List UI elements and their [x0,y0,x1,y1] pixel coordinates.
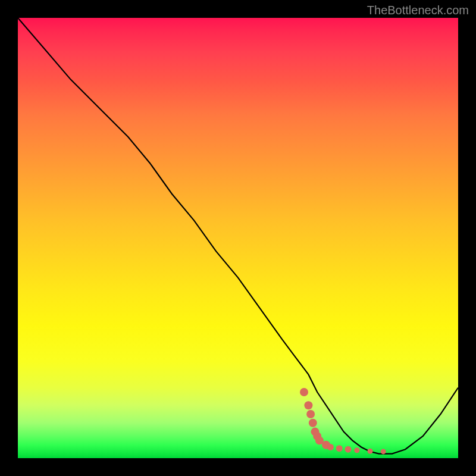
data-dot [300,388,308,396]
data-dot [368,449,373,454]
dots-group [300,388,386,454]
data-dot [306,410,315,418]
chart-svg [18,18,458,458]
data-dot [345,446,352,453]
data-dot [304,401,312,409]
data-dot [336,445,343,452]
data-dot [354,447,359,453]
data-dot [327,444,334,450]
data-dot [381,449,386,454]
data-dot [309,419,317,427]
watermark-text: TheBottleneck.com [367,4,469,17]
chart-plot-area [18,18,458,458]
main-curve-line [18,18,458,454]
